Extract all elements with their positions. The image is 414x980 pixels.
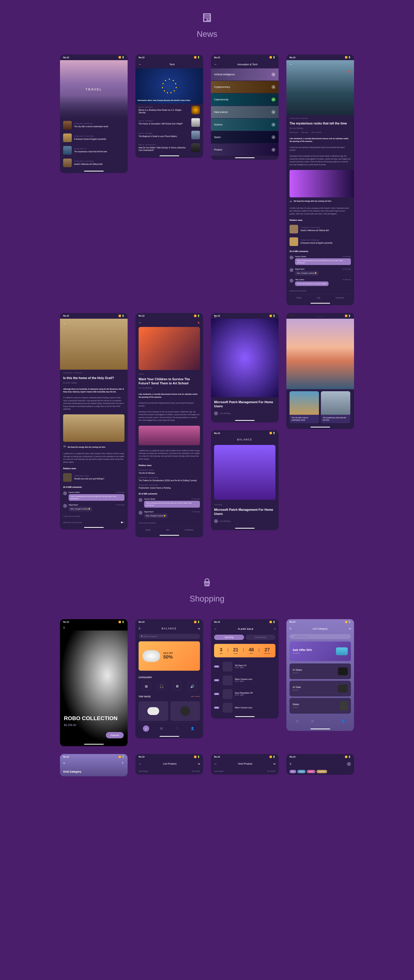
back-icon[interactable]: ←	[139, 62, 142, 66]
cat-icon-vr[interactable]: ⊞	[142, 682, 151, 691]
back-icon[interactable]: ←	[214, 62, 217, 66]
cat-card[interactable]: Ar Gear48 items	[290, 681, 351, 697]
cat-icon-display[interactable]: 🖥	[173, 682, 182, 691]
cat-item[interactable]: Data science+	[211, 106, 279, 118]
back-icon[interactable]: ←	[214, 762, 217, 765]
list-item[interactable]: 20 May 2018 · ArchitectureThe city with …	[60, 119, 127, 132]
bookmark-icon[interactable]: 🔖	[347, 70, 351, 73]
cat-icon-speaker[interactable]: 🔊	[188, 682, 197, 691]
add-icon[interactable]: +	[271, 123, 275, 127]
cat-item[interactable]: Product+	[211, 144, 279, 156]
bag-icon[interactable]: 🛍	[198, 627, 200, 630]
nav-grid[interactable]: ⊞	[309, 718, 315, 724]
add-icon[interactable]: +	[271, 135, 275, 139]
sale-banner[interactable]: SALE OFF50%	[139, 641, 200, 671]
pill-upcoming[interactable]: Upcoming	[214, 635, 244, 640]
nav-user[interactable]: 👤	[189, 725, 196, 732]
search-input[interactable]: 🔍 Search Category	[139, 634, 200, 639]
add-icon[interactable]: +	[271, 73, 275, 76]
check-icon[interactable]: ✓	[271, 98, 275, 102]
cat-icon-audio[interactable]: 🎧	[157, 682, 166, 691]
like-btn[interactable]: Like	[317, 297, 320, 299]
list-item[interactable]: 20 May 2018 · Food & DrinkA treasure fou…	[60, 132, 127, 144]
cat-card[interactable]: Robot10 items	[290, 698, 351, 714]
nav-heart[interactable]: ♡	[174, 725, 180, 732]
tag-tech[interactable]: TECH	[297, 770, 306, 773]
load-more[interactable]: Load more comments	[287, 288, 354, 294]
back-icon[interactable]: ←	[63, 322, 66, 326]
see-more[interactable]: see more	[191, 695, 200, 698]
rel-item[interactable]: 20 May 2018 · FutureShould you trust you…	[60, 471, 127, 484]
bag-icon[interactable]: 🛍	[198, 763, 200, 765]
list-item[interactable]: 20 May 2018 · ArtThe mysterious rocks th…	[60, 144, 127, 157]
avatar[interactable]	[347, 762, 351, 766]
back-icon[interactable]: ←	[139, 762, 142, 765]
list-item[interactable]: May 23 · BloombergBitcoin Is a Shadowy N…	[135, 104, 203, 116]
back-icon[interactable]: ←	[214, 627, 217, 631]
menu-icon[interactable]: ☰	[139, 627, 140, 630]
back-icon[interactable]: ←	[290, 62, 293, 66]
menu-icon[interactable]: ☰	[290, 763, 291, 765]
bag-icon[interactable]: 🛍	[273, 763, 275, 765]
list-item[interactable]: 20 May 2018 · Food & DrinkIsrael's mille…	[60, 157, 127, 169]
cat-card[interactable]: Vr Gears48 items	[290, 663, 351, 679]
add-icon[interactable]: +	[271, 148, 275, 152]
share-btn[interactable]: Share	[296, 297, 302, 299]
pill-comingsoon[interactable]: Coming Soon	[245, 635, 275, 640]
product-item[interactable]: 45%Nikon Camera Lens$399$600	[211, 673, 279, 687]
product-item[interactable]: 45%Sony Playstation VR$399$600	[211, 687, 279, 701]
add-icon[interactable]: +	[271, 110, 275, 114]
cat-item[interactable]: Space+	[211, 131, 279, 143]
nav-home[interactable]: ⌂	[143, 725, 149, 732]
cat-item[interactable]: Science+	[211, 119, 279, 131]
travel-card[interactable]: The city with a secret underwater world	[290, 391, 319, 423]
tab-travel[interactable]: Travel	[287, 315, 354, 318]
back-icon[interactable]: ←	[139, 321, 142, 325]
list-item[interactable]: May 22 · The EconomicsHow Do You Define …	[135, 141, 203, 154]
list-item[interactable]: May 22 · The GuideThe Beginner's Guide t…	[135, 129, 203, 141]
rel-item[interactable]: 20 May 2018 · ArchitectureA treasure fou…	[287, 235, 354, 248]
back-icon[interactable]: ←	[214, 315, 217, 319]
rel-item[interactable]: 20 May 2018 · Food & DrinkIsrael's mille…	[287, 223, 354, 235]
heart-icon[interactable]: ♥	[124, 522, 124, 523]
list-item[interactable]: May 23 · archdesentThe Future of Journal…	[135, 116, 203, 129]
nav-heart[interactable]: ♡	[325, 718, 331, 724]
product-card[interactable]	[170, 701, 200, 721]
share-btn[interactable]: Share	[145, 529, 151, 531]
comment-btn[interactable]: Comment	[336, 297, 344, 299]
share-icon[interactable]: ⤴	[274, 628, 275, 630]
cat-item[interactable]: Cybersecurity✓	[211, 94, 279, 106]
cat-item[interactable]: Cryptocurrency+	[211, 81, 279, 93]
like-btn[interactable]: Like	[166, 529, 169, 531]
load-more[interactable]: Load more comments	[60, 513, 127, 520]
nav-grid[interactable]: ⊞	[158, 725, 165, 732]
menu-icon[interactable]: ☰	[290, 627, 291, 630]
menu-icon[interactable]: ☰	[63, 627, 65, 629]
svg-point-13	[167, 92, 168, 93]
filter-btn[interactable]: ⚙ FILTER	[267, 770, 275, 772]
explored-btn[interactable]: Explored	[106, 732, 124, 738]
tag-game[interactable]: GAME	[307, 770, 315, 773]
add-icon[interactable]: +	[271, 85, 275, 89]
offer-card[interactable]: Sale Offer 50%105 items	[290, 641, 351, 661]
menu-icon[interactable]: ☰	[63, 762, 65, 765]
tag-all[interactable]: ALL	[290, 770, 296, 773]
svg-rect-5	[207, 18, 210, 19]
load-more[interactable]: Load more comments	[135, 520, 203, 526]
search-icon[interactable]: 🔍	[122, 762, 124, 765]
bookmark-icon[interactable]: 🔖	[197, 321, 200, 324]
filter-btn[interactable]: ⚙ FILTER	[192, 770, 200, 772]
product-item[interactable]: 45%Nikon Camera Lens	[211, 701, 279, 714]
search-input[interactable]: 🔍 Search Category	[290, 634, 351, 639]
product-item[interactable]: 45%VR Glass 3.9$399$600	[211, 660, 279, 673]
tag-camera[interactable]: CAMERA	[317, 770, 327, 773]
travel-card[interactable]: The mysterious rocks that tell the time	[321, 391, 350, 423]
bag-icon[interactable]: 🛍	[349, 627, 351, 630]
nav-home[interactable]: ⊟	[294, 718, 300, 724]
comment-icon[interactable]: 💬	[121, 522, 123, 523]
comment-btn[interactable]: Comment	[185, 529, 193, 531]
cat-item[interactable]: Artificial intelligence+	[211, 68, 279, 81]
eu-hero[interactable]: Information Wars: How Europe Became the …	[135, 68, 203, 104]
product-card[interactable]	[139, 701, 168, 721]
nav-user[interactable]: 👤	[340, 718, 347, 724]
